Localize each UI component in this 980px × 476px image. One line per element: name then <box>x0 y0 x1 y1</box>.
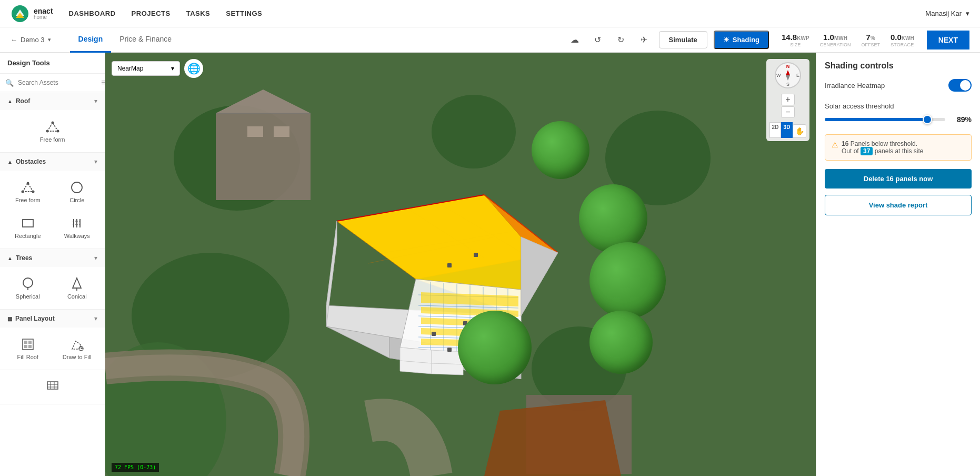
nearmap-selector[interactable]: NearMap ▾ <box>112 61 180 76</box>
svg-rect-88 <box>447 348 452 352</box>
obstacles-chevron-icon: ▾ <box>94 158 97 165</box>
tool-rectangle-obstacle[interactable]: Rectangle <box>4 211 52 244</box>
delete-panels-button[interactable]: Delete 16 panels now <box>825 169 972 189</box>
compass: N S E W <box>775 62 801 88</box>
design-tools-title: Design Tools <box>0 53 105 74</box>
section-trees-header[interactable]: ▲ Trees ▾ <box>0 249 105 267</box>
zoom-in-button[interactable]: + <box>781 94 795 105</box>
svg-point-16 <box>23 278 33 287</box>
view-3d-button[interactable]: 3D <box>781 122 793 138</box>
circle-obstacle-icon <box>69 180 84 195</box>
warning-total: 37 <box>861 147 873 155</box>
svg-point-4 <box>51 122 54 124</box>
shading-panel: Shading controls Irradiance Heatmap Sola… <box>816 53 980 476</box>
cloud-icon[interactable]: ☁ <box>566 32 583 48</box>
section-obstacles-title: ▲ Obstacles <box>7 158 46 165</box>
tool-circle-obstacle[interactable]: Circle <box>54 175 101 209</box>
logo-icon <box>11 4 29 23</box>
irradiance-toggle[interactable] <box>948 79 972 92</box>
globe-button[interactable]: 🌐 <box>184 59 203 78</box>
back-button[interactable]: ← Demo 3 ▾ <box>11 36 51 44</box>
panel-layout-section-icon: ▦ <box>7 316 12 322</box>
nav-tasks[interactable]: TASKS <box>186 9 211 17</box>
sub-nav-tabs: Design Price & Finance <box>70 27 181 53</box>
tool-free-form-obstacle[interactable]: Free form <box>4 175 52 209</box>
section-roof-title: ▲ Roof <box>7 97 30 105</box>
spherical-tree-icon <box>21 276 35 291</box>
tool-free-form-roof[interactable]: Free form <box>4 114 101 148</box>
panel-layout-chevron-icon: ▾ <box>94 315 97 322</box>
zoom-out-button[interactable]: − <box>781 106 795 118</box>
extra-tool-icon <box>45 380 60 394</box>
section-roof-header[interactable]: ▲ Roof ▾ <box>0 92 105 110</box>
tool-fill-roof[interactable]: Fill Roof <box>4 332 52 365</box>
tool-draw-to-fill[interactable]: Draw to Fill <box>54 332 101 365</box>
walkways-obstacle-icon <box>69 216 84 231</box>
section-obstacles-header[interactable]: ▲ Obstacles ▾ <box>0 153 105 171</box>
tree-5 <box>589 311 653 374</box>
svg-rect-22 <box>28 341 32 344</box>
logo-text: enact <box>34 7 53 15</box>
slider-thumb <box>923 115 932 124</box>
undo-icon[interactable]: ↺ <box>589 32 606 48</box>
panel-title: Shading controls <box>825 61 972 71</box>
svg-point-5 <box>56 130 59 133</box>
shading-button[interactable]: ☀ Shading <box>714 31 769 49</box>
nav-dashboard[interactable]: DASHBOARD <box>69 9 116 17</box>
slider-fill <box>825 118 932 121</box>
tool-walkways-obstacle[interactable]: Walkways <box>54 211 101 244</box>
more-tools <box>0 370 105 404</box>
irradiance-label: Irradiance Heatmap <box>825 82 885 90</box>
irradiance-toggle-row: Irradiance Heatmap <box>825 79 972 92</box>
svg-rect-21 <box>24 341 27 344</box>
compass-arrow <box>787 70 788 81</box>
walkways-obstacle-label: Walkways <box>64 233 90 239</box>
svg-point-3 <box>46 130 48 133</box>
sun-icon: ☀ <box>723 36 729 44</box>
tool-spherical-tree[interactable]: Spherical <box>4 271 52 305</box>
trees-tools: Spherical Conical <box>0 267 105 309</box>
project-chevron-icon[interactable]: ▾ <box>48 36 51 43</box>
tab-design[interactable]: Design <box>70 27 112 53</box>
trees-section-icon: ▲ <box>7 255 13 261</box>
project-name: Demo 3 <box>21 36 45 44</box>
tab-price-finance[interactable]: Price & Finance <box>111 27 180 53</box>
conical-tree-label: Conical <box>67 293 87 300</box>
send-icon[interactable]: ✈ <box>636 32 653 48</box>
nav-settings[interactable]: SETTINGS <box>226 9 262 17</box>
svg-point-7 <box>26 182 29 185</box>
roof-section-icon: ▲ <box>7 98 13 104</box>
sub-nav-right: ☁ ↺ ↻ ✈ Simulate ☀ Shading 14.8kWp SIZE … <box>566 31 969 49</box>
svg-rect-44 <box>274 126 289 137</box>
tool-conical-tree[interactable]: Conical <box>54 271 101 305</box>
tool-extra[interactable] <box>7 375 97 399</box>
nav-projects[interactable]: PROJECTS <box>132 9 171 17</box>
threshold-section: Solar access threshold 89% <box>825 102 972 124</box>
map-area[interactable]: NearMap ▾ 🌐 N S E W + − <box>105 53 816 476</box>
circle-obstacle-label: Circle <box>69 197 84 203</box>
hand-tool-button[interactable]: ✋ <box>793 124 806 138</box>
redo-icon[interactable]: ↻ <box>613 32 629 48</box>
freeform-roof-label: Free form <box>40 136 65 143</box>
simulate-button[interactable]: Simulate <box>659 31 707 48</box>
section-panel-layout-header[interactable]: ▦ Panel Layout ▾ <box>0 310 105 328</box>
section-trees-title: ▲ Trees <box>7 254 32 262</box>
user-menu[interactable]: Manasij Kar ▾ <box>925 9 969 17</box>
freeform-roof-icon <box>45 120 60 134</box>
view-shade-report-button[interactable]: View shade report <box>825 195 972 215</box>
next-button[interactable]: NEXT <box>927 31 969 49</box>
warning-text: ⚠ 16 Panels below threshold. Out of 37 p… <box>832 140 965 155</box>
menu-icon[interactable]: ≡ <box>101 78 105 87</box>
threshold-label: Solar access threshold <box>825 102 972 110</box>
tree-2 <box>579 184 647 253</box>
view-2d-button[interactable]: 2D <box>769 122 781 138</box>
search-input[interactable] <box>18 79 97 86</box>
nav-links: DASHBOARD PROJECTS TASKS SETTINGS <box>69 9 926 17</box>
threshold-slider[interactable] <box>825 118 945 121</box>
nearmap-chevron-icon: ▾ <box>171 65 174 72</box>
freeform-obstacle-label: Free form <box>15 197 41 203</box>
obstacles-tools: Free form Circle Rectangle <box>0 171 105 249</box>
svg-rect-10 <box>23 220 33 227</box>
tree-3 <box>589 242 666 319</box>
svg-point-9 <box>72 182 82 193</box>
